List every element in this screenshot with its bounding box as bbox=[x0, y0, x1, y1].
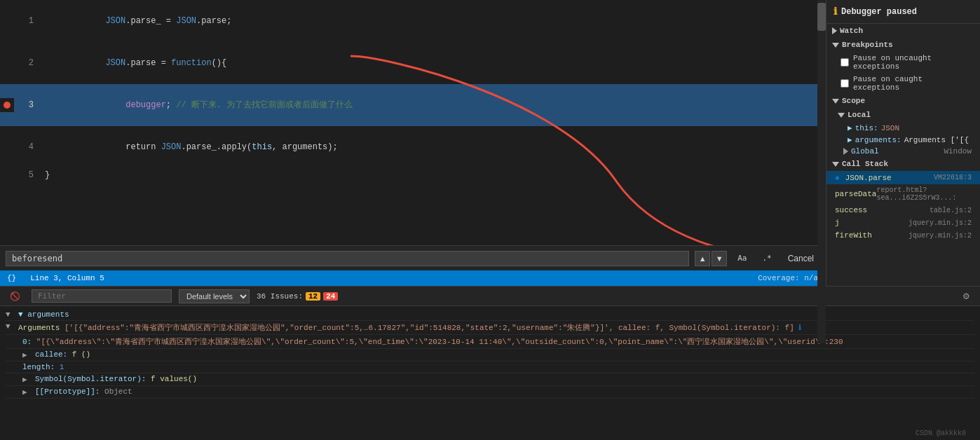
console-filter-input[interactable] bbox=[32, 289, 172, 303]
call-stack-item-1[interactable]: parseData report.html?sea...i6Z2S5rW3...… bbox=[826, 184, 980, 204]
call-stack-item-3[interactable]: j jquery.min.js:2 bbox=[826, 216, 980, 229]
scope-triangle-icon bbox=[832, 99, 839, 104]
search-input[interactable] bbox=[6, 251, 689, 266]
call-stack-loc-1: report.html?sea...i6Z2S5rW3...: bbox=[876, 186, 972, 202]
line-number-4: 4 bbox=[14, 140, 42, 154]
watermark: CSDN @akkkk0 bbox=[916, 429, 966, 437]
search-bar: ▲ ▼ Aa .* Cancel bbox=[0, 245, 825, 270]
code-panel: 1 JSON.parse_ = JSON.parse; 2 JSON.parse… bbox=[0, 0, 826, 286]
search-up-button[interactable]: ▲ bbox=[695, 251, 710, 266]
console-section-header: ▼ ▼ arguments bbox=[6, 309, 974, 321]
scrollbar-thumb[interactable] bbox=[817, 3, 826, 31]
row-5-expand[interactable]: ▶ bbox=[22, 387, 31, 397]
arguments-value: Arguments ['[{ bbox=[904, 136, 969, 144]
global-value: Window bbox=[944, 147, 972, 156]
breakpoint-dot bbox=[4, 102, 11, 109]
status-bar: {} Line 3, Column 5 Coverage: n/a bbox=[0, 270, 825, 286]
watch-triangle-icon bbox=[832, 27, 837, 34]
row-3-content: length: 1 bbox=[22, 363, 64, 371]
status-left: {} Line 3, Column 5 bbox=[7, 274, 104, 282]
console-settings-button[interactable]: ⚙ bbox=[958, 290, 974, 303]
left-gutter-2 bbox=[0, 56, 14, 70]
local-triangle-icon bbox=[838, 113, 845, 118]
console-row-5: ▶ [[Prototype]]: Object bbox=[6, 386, 974, 399]
row-0-expand[interactable]: ▼ bbox=[6, 322, 14, 331]
left-gutter-5 bbox=[0, 168, 14, 182]
console-row-4: ▶ Symbol(Symbol.iterator): f values() bbox=[6, 373, 974, 386]
scope-section[interactable]: Scope bbox=[826, 94, 980, 108]
levels-select[interactable]: Default levels bbox=[179, 289, 250, 303]
row-1-content: 0: "[{\"address\":\"青海省西宁市城西区西宁湟水国家湿地公园\… bbox=[22, 336, 843, 347]
call-stack-section[interactable]: Call Stack bbox=[826, 157, 980, 171]
line-content-1: JSON.parse_ = JSON.parse; bbox=[42, 0, 825, 42]
cancel-button[interactable]: Cancel bbox=[782, 252, 819, 265]
kw-function: function bbox=[171, 58, 212, 68]
call-stack-func-3: j bbox=[835, 219, 840, 227]
arguments-triangle-icon: ▶ bbox=[848, 135, 852, 144]
kw-this: this bbox=[252, 142, 272, 152]
case-sensitive-button[interactable]: Aa bbox=[733, 252, 751, 265]
console-clear-button[interactable]: 🚫 bbox=[6, 290, 25, 303]
call-stack-func-0: JSON.parse bbox=[845, 174, 892, 182]
pause-caught-checkbox[interactable] bbox=[841, 79, 849, 88]
gutter-item-5 bbox=[0, 168, 14, 182]
issues-badge: 36 Issues: 12 24 bbox=[257, 292, 338, 301]
pause-uncaught-checkbox[interactable] bbox=[841, 58, 849, 67]
row-4-value: f values() bbox=[151, 375, 197, 383]
row-5-value: Object bbox=[104, 387, 132, 396]
this-key: this: bbox=[855, 124, 878, 132]
console-row-2: ▶ callee: f () bbox=[6, 349, 974, 362]
row-5-content: [[Prototype]]: Object bbox=[35, 387, 132, 396]
breakpoints-section[interactable]: Breakpoints bbox=[826, 38, 980, 52]
row-4-content: Symbol(Symbol.iterator): f values() bbox=[35, 375, 197, 383]
line-number-1: 1 bbox=[14, 14, 42, 28]
pause-icon: ℹ bbox=[833, 6, 837, 18]
global-triangle-icon bbox=[843, 148, 848, 155]
call-stack-item-2[interactable]: success table.js:2 bbox=[826, 204, 980, 216]
left-gutter-4 bbox=[0, 140, 14, 154]
warn-badge: 12 bbox=[306, 292, 320, 301]
code-line-2: 2 JSON.parse = function(){ bbox=[0, 42, 825, 84]
code-editor[interactable]: 1 JSON.parse_ = JSON.parse; 2 JSON.parse… bbox=[0, 0, 825, 245]
line-number-5: 5 bbox=[14, 168, 42, 182]
line-content-2: JSON.parse = function(){ bbox=[42, 42, 825, 84]
console-row-3: length: 1 bbox=[6, 362, 974, 373]
braces-icon: {} bbox=[7, 274, 16, 282]
code-line-1: 1 JSON.parse_ = JSON.parse; bbox=[0, 0, 825, 42]
pause-caught-label: Pause on caught exceptions bbox=[853, 75, 966, 92]
console-toolbar: 🚫 Default levels 36 Issues: 12 24 ⚙ bbox=[0, 287, 980, 306]
kw-json-2: JSON bbox=[176, 16, 196, 26]
coverage-text: Coverage: n/a bbox=[758, 274, 818, 282]
scope-label: Scope bbox=[842, 97, 865, 105]
call-stack-item-4[interactable]: fireWith jquery.min.js:2 bbox=[826, 229, 980, 242]
row-4-key: Symbol(Symbol.iterator): bbox=[35, 375, 151, 383]
row-2-expand[interactable]: ▶ bbox=[22, 350, 31, 359]
local-section[interactable]: Local bbox=[826, 108, 980, 122]
issues-count-label: 36 Issues: bbox=[257, 292, 303, 301]
console-content[interactable]: ▼ ▼ arguments ▼ Arguments ['[{"address":… bbox=[0, 306, 980, 440]
search-down-button[interactable]: ▼ bbox=[712, 251, 727, 266]
debugger-title: ℹ Debugger paused bbox=[826, 0, 980, 24]
vertical-scrollbar[interactable] bbox=[817, 0, 826, 286]
comment-3: // 断下来. 为了去找它前面或者后面做了什么 bbox=[176, 100, 353, 110]
row-1-value: "[{\"address\":\"青海省西宁市城西区西宁湟水国家湿地公园\",\… bbox=[36, 338, 843, 346]
call-stack-label: Call Stack bbox=[842, 160, 888, 168]
call-stack-item-0[interactable]: ◆ JSON.parse VM22618:3 bbox=[826, 171, 980, 184]
call-stack-triangle-icon bbox=[832, 162, 839, 167]
error-badge: 24 bbox=[323, 292, 338, 301]
watch-section[interactable]: Watch bbox=[826, 24, 980, 38]
left-gutter-1 bbox=[0, 14, 14, 28]
breakpoints-triangle-icon bbox=[832, 43, 839, 48]
main-area: 1 JSON.parse_ = JSON.parse; 2 JSON.parse… bbox=[0, 0, 980, 286]
regex-button[interactable]: .* bbox=[757, 252, 776, 265]
section-expand-icon[interactable]: ▼ bbox=[6, 310, 14, 319]
row-4-expand[interactable]: ▶ bbox=[22, 375, 31, 384]
row-0-label: Arguments bbox=[18, 324, 64, 332]
call-stack-func-1: parseData bbox=[835, 190, 876, 198]
debugger-panel: ℹ Debugger paused Watch Breakpoints Paus… bbox=[826, 0, 980, 286]
global-label: Global bbox=[851, 147, 879, 156]
row-2-content: callee: f () bbox=[35, 350, 90, 359]
gutter-item-2 bbox=[0, 56, 14, 70]
kw-json-3: JSON bbox=[105, 58, 125, 68]
search-nav: ▲ ▼ bbox=[695, 251, 727, 266]
